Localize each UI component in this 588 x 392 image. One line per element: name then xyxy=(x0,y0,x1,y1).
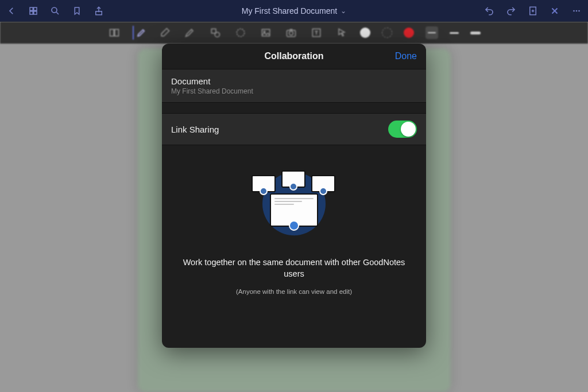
svg-point-13 xyxy=(576,10,578,12)
nav-left-group xyxy=(6,5,105,17)
modal-header: Collaboration Done xyxy=(162,44,426,69)
svg-rect-17 xyxy=(211,29,216,33)
stroke-medium[interactable] xyxy=(450,32,459,34)
pointer-tool-icon[interactable] xyxy=(335,26,349,40)
top-navbar: My First Shared Document ⌄ xyxy=(0,0,588,22)
toggle-knob xyxy=(401,122,416,137)
document-title: My First Shared Document xyxy=(242,6,338,15)
document-card-icon xyxy=(311,175,335,192)
text-tool-icon[interactable] xyxy=(310,26,323,40)
document-section-label: Document xyxy=(171,76,417,86)
back-icon[interactable] xyxy=(6,5,17,17)
document-section-name: My First Shared Document xyxy=(171,87,417,95)
color-swatch-red[interactable] xyxy=(404,28,414,38)
svg-rect-2 xyxy=(30,11,33,14)
more-icon[interactable] xyxy=(571,5,582,17)
svg-point-23 xyxy=(289,32,293,36)
color-swatch-custom[interactable] xyxy=(382,28,392,38)
svg-rect-3 xyxy=(34,11,37,14)
svg-rect-1 xyxy=(34,7,37,10)
chevron-down-icon: ⌄ xyxy=(341,7,346,15)
svg-point-18 xyxy=(215,32,219,37)
svg-rect-20 xyxy=(262,29,269,36)
done-button[interactable]: Done xyxy=(395,51,417,61)
document-title-dropdown[interactable]: My First Shared Document ⌄ xyxy=(242,6,347,15)
collaboration-modal: Collaboration Done Document My First Sha… xyxy=(162,44,426,348)
modal-title: Collaboration xyxy=(264,51,323,61)
document-card-main-icon xyxy=(270,193,318,227)
document-card-icon xyxy=(252,175,276,192)
svg-point-12 xyxy=(573,10,575,12)
svg-point-4 xyxy=(52,7,57,13)
svg-point-19 xyxy=(237,29,244,36)
tool-toolbar xyxy=(0,22,588,44)
svg-rect-15 xyxy=(110,29,114,36)
share-icon[interactable] xyxy=(93,5,105,17)
add-page-icon[interactable] xyxy=(527,5,539,17)
link-sharing-row: Link Sharing xyxy=(162,113,426,145)
camera-tool-icon[interactable] xyxy=(284,26,298,40)
illustration-area: Work together on the same document with … xyxy=(162,145,426,348)
grid-icon[interactable] xyxy=(28,5,39,17)
stroke-thick[interactable] xyxy=(470,32,481,34)
user-avatar-icon xyxy=(289,220,299,231)
shape-tool-icon[interactable] xyxy=(208,26,222,40)
svg-point-14 xyxy=(578,10,580,12)
link-sharing-label: Link Sharing xyxy=(171,125,219,134)
document-card-icon xyxy=(281,170,305,188)
stroke-thin[interactable] xyxy=(425,26,438,39)
collaboration-illustration xyxy=(248,162,340,243)
bookmark-icon[interactable] xyxy=(71,5,83,17)
svg-line-5 xyxy=(56,12,59,14)
image-tool-icon[interactable] xyxy=(259,26,273,40)
search-icon[interactable] xyxy=(49,5,61,17)
illustration-title: Work together on the same document with … xyxy=(176,257,412,280)
highlighter-tool-icon[interactable] xyxy=(183,26,197,40)
link-sharing-toggle[interactable] xyxy=(388,121,417,138)
read-mode-icon[interactable] xyxy=(107,26,121,40)
color-swatch-white[interactable] xyxy=(360,28,370,38)
svg-rect-0 xyxy=(30,7,33,10)
close-icon[interactable] xyxy=(549,5,560,17)
document-section[interactable]: Document My First Shared Document xyxy=(162,69,426,103)
pen-tool-icon[interactable] xyxy=(133,26,146,40)
lasso-tool-icon[interactable] xyxy=(234,26,247,40)
illustration-subtitle: (Anyone with the link can view and edit) xyxy=(236,288,352,295)
redo-icon[interactable] xyxy=(505,5,517,17)
eraser-tool-icon[interactable] xyxy=(158,26,172,40)
svg-rect-16 xyxy=(115,29,119,36)
nav-right-group xyxy=(483,5,582,17)
undo-icon[interactable] xyxy=(483,5,495,17)
